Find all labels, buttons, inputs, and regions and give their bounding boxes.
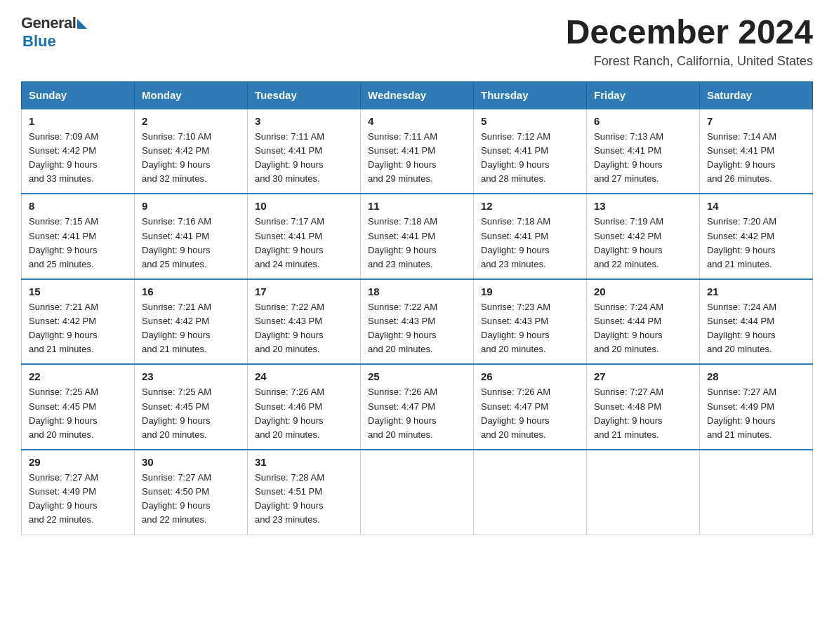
table-row (361, 450, 474, 535)
day-info: Sunrise: 7:18 AMSunset: 4:41 PMDaylight:… (368, 215, 466, 271)
day-number: 28 (707, 370, 805, 382)
col-sunday: Sunday (22, 81, 135, 109)
calendar-header-row: Sunday Monday Tuesday Wednesday Thursday… (22, 81, 813, 109)
month-title: December 2024 (566, 14, 813, 51)
day-info: Sunrise: 7:28 AMSunset: 4:51 PMDaylight:… (255, 471, 353, 528)
day-number: 30 (142, 456, 240, 468)
day-number: 14 (707, 200, 805, 212)
table-row: 14 Sunrise: 7:20 AMSunset: 4:42 PMDaylig… (700, 194, 813, 279)
day-info: Sunrise: 7:18 AMSunset: 4:41 PMDaylight:… (481, 215, 579, 271)
day-number: 11 (368, 200, 466, 212)
table-row: 27 Sunrise: 7:27 AMSunset: 4:48 PMDaylig… (587, 364, 700, 450)
table-row: 31 Sunrise: 7:28 AMSunset: 4:51 PMDaylig… (248, 450, 361, 535)
day-number: 2 (142, 115, 240, 127)
col-thursday: Thursday (474, 81, 587, 109)
day-info: Sunrise: 7:25 AMSunset: 4:45 PMDaylight:… (29, 385, 127, 442)
table-row: 13 Sunrise: 7:19 AMSunset: 4:42 PMDaylig… (587, 194, 700, 279)
day-info: Sunrise: 7:17 AMSunset: 4:41 PMDaylight:… (255, 215, 353, 271)
day-info: Sunrise: 7:27 AMSunset: 4:49 PMDaylight:… (707, 385, 805, 442)
day-number: 8 (29, 200, 127, 212)
table-row: 15 Sunrise: 7:21 AMSunset: 4:42 PMDaylig… (22, 279, 135, 365)
day-number: 21 (707, 286, 805, 297)
day-number: 5 (481, 115, 579, 127)
table-row: 29 Sunrise: 7:27 AMSunset: 4:49 PMDaylig… (22, 450, 135, 535)
day-number: 27 (594, 370, 692, 382)
day-number: 29 (29, 456, 127, 468)
day-info: Sunrise: 7:19 AMSunset: 4:42 PMDaylight:… (594, 215, 692, 271)
table-row (587, 450, 700, 535)
day-number: 17 (255, 286, 353, 297)
table-row: 2 Sunrise: 7:10 AMSunset: 4:42 PMDayligh… (135, 109, 248, 194)
day-info: Sunrise: 7:11 AMSunset: 4:41 PMDaylight:… (368, 130, 466, 187)
day-number: 18 (368, 286, 466, 297)
table-row: 1 Sunrise: 7:09 AMSunset: 4:42 PMDayligh… (22, 109, 135, 194)
day-info: Sunrise: 7:22 AMSunset: 4:43 PMDaylight:… (368, 300, 466, 357)
logo-general-text: General (21, 14, 76, 32)
table-row: 11 Sunrise: 7:18 AMSunset: 4:41 PMDaylig… (361, 194, 474, 279)
page-header: General Blue December 2024 Forest Ranch,… (21, 14, 813, 69)
day-info: Sunrise: 7:26 AMSunset: 4:47 PMDaylight:… (368, 385, 466, 442)
table-row: 9 Sunrise: 7:16 AMSunset: 4:41 PMDayligh… (135, 194, 248, 279)
col-monday: Monday (135, 81, 248, 109)
day-info: Sunrise: 7:23 AMSunset: 4:43 PMDaylight:… (481, 300, 579, 357)
day-number: 26 (481, 370, 579, 382)
logo-blue-text: Blue (22, 32, 56, 51)
day-info: Sunrise: 7:16 AMSunset: 4:41 PMDaylight:… (142, 215, 240, 271)
table-row: 5 Sunrise: 7:12 AMSunset: 4:41 PMDayligh… (474, 109, 587, 194)
day-number: 3 (255, 115, 353, 127)
table-row: 25 Sunrise: 7:26 AMSunset: 4:47 PMDaylig… (361, 364, 474, 450)
table-row: 10 Sunrise: 7:17 AMSunset: 4:41 PMDaylig… (248, 194, 361, 279)
calendar-week-row: 1 Sunrise: 7:09 AMSunset: 4:42 PMDayligh… (22, 109, 813, 194)
table-row: 26 Sunrise: 7:26 AMSunset: 4:47 PMDaylig… (474, 364, 587, 450)
table-row: 22 Sunrise: 7:25 AMSunset: 4:45 PMDaylig… (22, 364, 135, 450)
day-info: Sunrise: 7:26 AMSunset: 4:47 PMDaylight:… (481, 385, 579, 442)
table-row: 30 Sunrise: 7:27 AMSunset: 4:50 PMDaylig… (135, 450, 248, 535)
location-text: Forest Ranch, California, United States (566, 54, 813, 69)
day-number: 23 (142, 370, 240, 382)
table-row: 6 Sunrise: 7:13 AMSunset: 4:41 PMDayligh… (587, 109, 700, 194)
day-info: Sunrise: 7:25 AMSunset: 4:45 PMDaylight:… (142, 385, 240, 442)
day-info: Sunrise: 7:10 AMSunset: 4:42 PMDaylight:… (142, 130, 240, 187)
table-row: 8 Sunrise: 7:15 AMSunset: 4:41 PMDayligh… (22, 194, 135, 279)
day-number: 24 (255, 370, 353, 382)
day-number: 4 (368, 115, 466, 127)
day-info: Sunrise: 7:21 AMSunset: 4:42 PMDaylight:… (142, 300, 240, 357)
col-wednesday: Wednesday (361, 81, 474, 109)
day-info: Sunrise: 7:14 AMSunset: 4:41 PMDaylight:… (707, 130, 805, 187)
day-info: Sunrise: 7:27 AMSunset: 4:50 PMDaylight:… (142, 471, 240, 528)
day-info: Sunrise: 7:21 AMSunset: 4:42 PMDaylight:… (29, 300, 127, 357)
day-info: Sunrise: 7:15 AMSunset: 4:41 PMDaylight:… (29, 215, 127, 271)
day-info: Sunrise: 7:12 AMSunset: 4:41 PMDaylight:… (481, 130, 579, 187)
day-number: 10 (255, 200, 353, 212)
day-number: 7 (707, 115, 805, 127)
day-number: 19 (481, 286, 579, 297)
day-info: Sunrise: 7:24 AMSunset: 4:44 PMDaylight:… (594, 300, 692, 357)
logo: General Blue (21, 14, 87, 51)
table-row: 3 Sunrise: 7:11 AMSunset: 4:41 PMDayligh… (248, 109, 361, 194)
table-row: 16 Sunrise: 7:21 AMSunset: 4:42 PMDaylig… (135, 279, 248, 365)
calendar-week-row: 29 Sunrise: 7:27 AMSunset: 4:49 PMDaylig… (22, 450, 813, 535)
day-number: 16 (142, 286, 240, 297)
day-info: Sunrise: 7:09 AMSunset: 4:42 PMDaylight:… (29, 130, 127, 187)
day-number: 6 (594, 115, 692, 127)
day-number: 1 (29, 115, 127, 127)
day-number: 12 (481, 200, 579, 212)
logo-triangle-icon (77, 19, 87, 29)
day-number: 20 (594, 286, 692, 297)
table-row: 19 Sunrise: 7:23 AMSunset: 4:43 PMDaylig… (474, 279, 587, 365)
calendar-week-row: 8 Sunrise: 7:15 AMSunset: 4:41 PMDayligh… (22, 194, 813, 279)
table-row: 24 Sunrise: 7:26 AMSunset: 4:46 PMDaylig… (248, 364, 361, 450)
table-row (474, 450, 587, 535)
table-row: 17 Sunrise: 7:22 AMSunset: 4:43 PMDaylig… (248, 279, 361, 365)
table-row: 18 Sunrise: 7:22 AMSunset: 4:43 PMDaylig… (361, 279, 474, 365)
col-saturday: Saturday (700, 81, 813, 109)
table-row: 4 Sunrise: 7:11 AMSunset: 4:41 PMDayligh… (361, 109, 474, 194)
col-friday: Friday (587, 81, 700, 109)
table-row: 23 Sunrise: 7:25 AMSunset: 4:45 PMDaylig… (135, 364, 248, 450)
table-row: 21 Sunrise: 7:24 AMSunset: 4:44 PMDaylig… (700, 279, 813, 365)
day-number: 22 (29, 370, 127, 382)
day-number: 25 (368, 370, 466, 382)
calendar-week-row: 15 Sunrise: 7:21 AMSunset: 4:42 PMDaylig… (22, 279, 813, 365)
calendar-table: Sunday Monday Tuesday Wednesday Thursday… (21, 81, 813, 535)
day-number: 31 (255, 456, 353, 468)
